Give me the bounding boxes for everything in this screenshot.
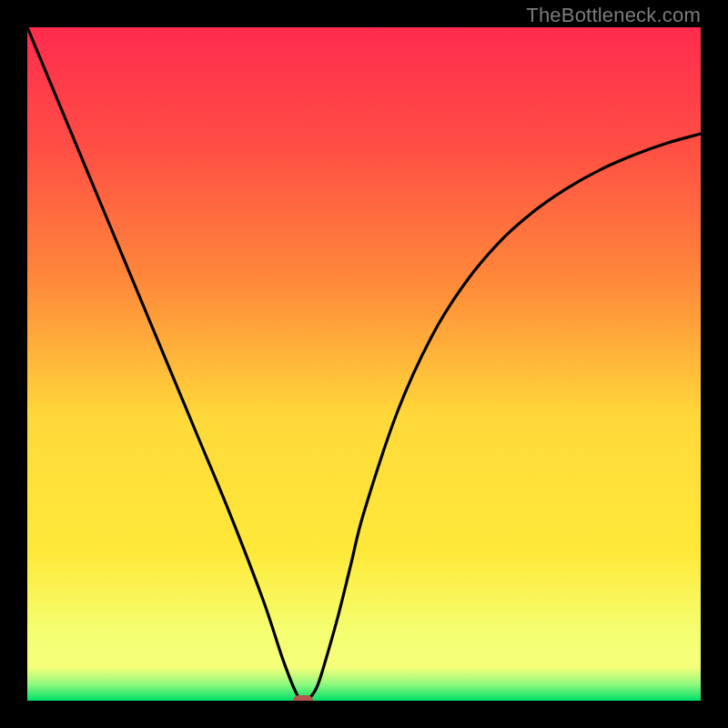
chart-stage: TheBottleneck.com: [0, 0, 728, 728]
plot-area: [27, 27, 701, 701]
optimal-point-marker: [293, 695, 313, 701]
bottleneck-curve: [27, 27, 701, 701]
watermark-text: TheBottleneck.com: [526, 4, 701, 27]
